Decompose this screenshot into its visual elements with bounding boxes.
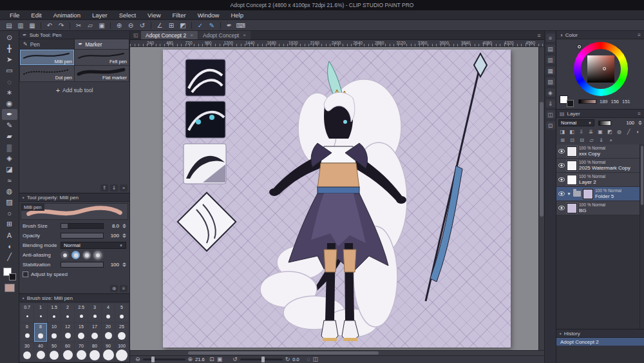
subtool-group-marker[interactable]: ✒ Marker <box>75 39 130 49</box>
menu-item[interactable]: Window <box>192 10 225 19</box>
redo-icon[interactable]: ↷ <box>56 21 66 30</box>
copy-icon[interactable]: ▱ <box>85 21 95 30</box>
brush-size-option[interactable]: 3 <box>88 304 101 322</box>
lock-transparent-pixels-icon[interactable]: ◩ <box>605 128 614 135</box>
layer-row[interactable]: ▼ 100 % Normal xxx Copy <box>556 144 644 159</box>
toolbar-icon[interactable] <box>41 22 41 29</box>
shortcut-settings-icon[interactable]: ⌨ <box>236 21 246 30</box>
float-window-icon[interactable]: ◱ <box>131 31 140 39</box>
menu-item[interactable]: Animation <box>48 10 86 19</box>
sub-view-icon[interactable]: ◫ <box>546 110 555 119</box>
brush-size-stepper[interactable] <box>122 224 126 228</box>
layer-thumbnail[interactable] <box>567 175 577 185</box>
layer-opacity-value[interactable]: 100 <box>626 120 636 126</box>
panel-menu-icon[interactable]: ≡ <box>638 32 641 38</box>
menu-item[interactable]: Layer <box>86 10 113 19</box>
brush-flat-marker[interactable]: Flat marker <box>75 66 129 81</box>
brush-size-option[interactable]: 40 <box>34 342 47 361</box>
vertical-scrollbar[interactable] <box>538 47 544 350</box>
menu-item[interactable]: Edit <box>25 10 47 19</box>
tab-close-icon[interactable]: × <box>190 32 193 38</box>
rotate-right-button[interactable]: ↻ <box>285 357 290 362</box>
color-gradient-bar[interactable] <box>578 99 596 104</box>
visibility-eye-icon[interactable] <box>558 206 565 210</box>
brush-size-option[interactable]: 10 <box>48 323 61 342</box>
decoration-tool[interactable]: ◈ <box>2 153 17 164</box>
stabilization-value[interactable]: 100 <box>106 262 119 268</box>
rotate-left-button[interactable]: ↺ <box>232 357 238 362</box>
brush-milli-pen[interactable]: Milli pen <box>20 50 74 65</box>
adjust-by-speed-checkbox[interactable] <box>23 271 28 277</box>
brush-size-option[interactable]: 12 <box>61 323 74 342</box>
eraser-tool[interactable]: ◪ <box>2 164 17 175</box>
snap-to-ruler-icon[interactable]: ∠ <box>155 21 165 30</box>
aa-none-button[interactable] <box>61 251 69 259</box>
actual-size-icon[interactable]: ▣ <box>217 357 223 362</box>
snap-to-grid-icon[interactable]: ⊞ <box>166 21 176 30</box>
lock-layer-icon[interactable]: ▣ <box>596 128 605 135</box>
brush-size-option[interactable]: 70 <box>75 342 88 361</box>
opacity-value[interactable]: 100 <box>106 233 119 239</box>
set-ruler-icon[interactable]: ╱ <box>625 128 633 135</box>
figure-tool[interactable]: ○ <box>2 208 17 219</box>
merge-down-icon[interactable]: ⇊ <box>587 128 595 135</box>
layer-scrollbar[interactable] <box>639 144 644 329</box>
clip-at-layer-below-icon[interactable]: ◨ <box>558 128 567 135</box>
material-color-pattern-icon[interactable]: ▤ <box>546 44 555 53</box>
zoom-tool[interactable]: ⊙ <box>2 32 17 43</box>
balloon-tool[interactable]: ◖ <box>2 240 17 251</box>
visibility-eye-icon[interactable] <box>558 149 565 153</box>
brush-size-option[interactable]: 80 <box>88 342 101 361</box>
sub-color-swatch[interactable] <box>9 273 16 280</box>
brush-size-option[interactable]: 60 <box>61 342 74 361</box>
fit-to-screen-icon[interactable]: ⊡ <box>209 357 214 362</box>
aa-middle-button[interactable] <box>82 251 91 259</box>
pencil-tool[interactable]: ✎ <box>2 120 17 131</box>
register-initial-settings-icon[interactable]: ⊕ <box>110 285 118 292</box>
brush-size-option[interactable]: 2 <box>61 304 74 322</box>
layer-mask-icon[interactable]: ◧ <box>568 128 576 135</box>
material-manga-icon[interactable]: ▦ <box>546 66 555 75</box>
brush-tool[interactable]: ▰ <box>2 131 17 142</box>
new-raster-layer-icon[interactable]: ⊞ <box>558 137 567 144</box>
layer-opacity-stepper[interactable] <box>638 121 642 125</box>
stabilization-stepper[interactable] <box>122 262 126 267</box>
new-vector-layer-icon[interactable]: ⊡ <box>568 137 576 144</box>
toolbar-icon[interactable] <box>70 22 70 29</box>
select-pen-icon[interactable]: ✒ <box>224 21 234 30</box>
brush-size-option[interactable]: 90 <box>102 342 115 361</box>
layer-panel-header[interactable]: ▤ Layer ≡ <box>556 110 644 118</box>
subtool-group-pen[interactable]: ✎ Pen <box>19 39 75 49</box>
color-wheel-tab-icon[interactable]: ◑ <box>560 32 563 38</box>
paste-icon[interactable]: ▣ <box>97 21 107 30</box>
rotation-slider[interactable] <box>240 358 283 360</box>
brush-size-value[interactable]: 8.0 <box>106 223 119 229</box>
zoom-in-icon[interactable]: ⊕ <box>114 21 124 30</box>
layer-color-icon[interactable]: ◐ <box>634 128 642 135</box>
toolbar-icon[interactable] <box>191 22 192 29</box>
operation-tool[interactable]: ➤ <box>2 54 17 65</box>
brush-size-option[interactable]: 1.5 <box>48 304 61 322</box>
visibility-eye-icon[interactable] <box>558 191 565 196</box>
brush-size-option[interactable]: 30 <box>21 342 33 361</box>
tab-close-icon[interactable]: × <box>243 32 246 38</box>
document-tab-adopt-concept-2[interactable]: Adopt Concept 2 × <box>141 31 198 39</box>
layer-row[interactable]: ▼ 100 % Normal 2025 Watermark Copy <box>556 159 644 173</box>
enable-mask-icon[interactable]: ◍ <box>615 128 623 135</box>
cut-icon[interactable]: ✂ <box>73 21 84 30</box>
stroke-correction-icon[interactable]: ✎ <box>207 21 217 30</box>
brush-size-option[interactable]: 8 <box>34 323 47 342</box>
saturation-value-square[interactable] <box>587 55 614 83</box>
toolbar-icon[interactable] <box>151 22 151 29</box>
brush-size-header[interactable]: ▪ Brush size: Milli pen <box>19 294 129 302</box>
brush-size-option[interactable]: 15 <box>75 323 88 342</box>
history-item[interactable]: Adopt Concept 2 <box>556 338 644 346</box>
ruler-tool[interactable]: ╱ <box>2 251 17 262</box>
opacity-slider[interactable] <box>61 233 104 239</box>
opacity-gradient-chip[interactable] <box>598 121 611 126</box>
history-panel-header[interactable]: ▪ History <box>556 329 644 338</box>
airbrush-tool[interactable]: ▒ <box>2 142 17 153</box>
pen-tool[interactable]: ✒ <box>2 109 17 120</box>
fill-tool[interactable]: ◍ <box>2 186 17 197</box>
blending-mode-select[interactable]: Normal ▼ <box>558 119 594 126</box>
